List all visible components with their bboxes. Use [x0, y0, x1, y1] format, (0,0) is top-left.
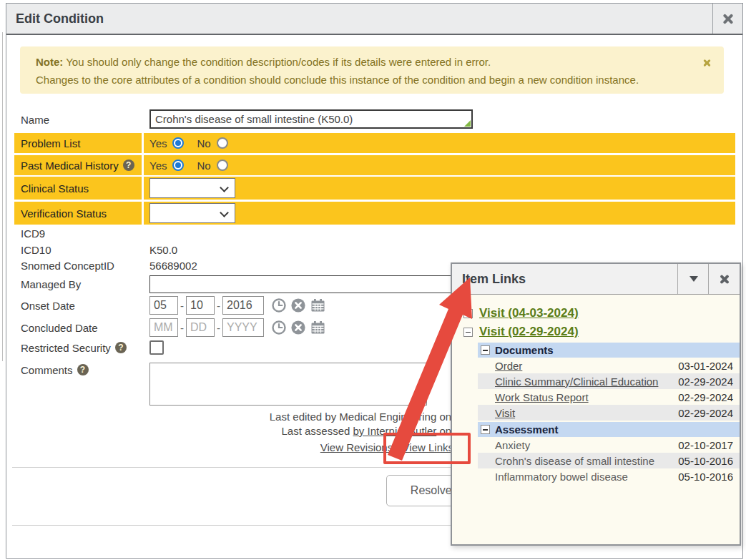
item-links-popup: Item Links Visit (04-03-2024)Visit (02-2…	[451, 262, 741, 546]
view-revisions-link[interactable]: View Revisions	[320, 441, 393, 453]
problem-list-row: Problem List Yes No	[14, 133, 735, 153]
date-separator: -	[180, 300, 184, 312]
note-line1: Note: You should only change the conditi…	[36, 56, 491, 68]
link-item-row: Crohn's disease of small intestine05-10-…	[478, 453, 740, 468]
clear-date-icon[interactable]	[290, 298, 306, 313]
pmh-no-radio[interactable]	[217, 159, 228, 171]
date-separator: -	[217, 322, 220, 334]
item-date: 02-10-2017	[678, 439, 733, 451]
popup-minimize-button[interactable]	[677, 264, 709, 294]
managed-by-input[interactable]	[149, 275, 473, 293]
section-label: Assessment	[495, 423, 558, 436]
item-links-title: Item Links	[462, 264, 526, 294]
comments-label: Comments	[21, 364, 73, 376]
item-date: 05-10-2016	[678, 455, 733, 467]
clock-icon[interactable]	[271, 298, 287, 313]
name-row: Name	[14, 109, 735, 130]
icd10-label: ICD10	[21, 242, 51, 257]
dialog-title: Edit Condition	[16, 4, 104, 34]
link-item-row: Work Status Report02-29-2024	[478, 389, 740, 405]
link-item-row: Anxiety02-10-2017	[478, 437, 740, 453]
note-line2: Changes to the core attributes of a cond…	[36, 74, 639, 86]
close-icon	[702, 59, 711, 67]
name-input[interactable]	[149, 109, 473, 129]
concluded-yyyy-input[interactable]	[222, 318, 264, 337]
collapse-icon[interactable]	[463, 328, 473, 337]
snomed-value: 56689002	[149, 258, 197, 272]
icd9-row: ICD9	[14, 226, 735, 240]
highlight-cell	[144, 155, 735, 175]
onset-mm-input[interactable]	[149, 296, 178, 315]
item-links-titlebar: Item Links	[452, 264, 740, 295]
comments-textarea[interactable]	[149, 363, 427, 406]
clear-date-icon[interactable]	[290, 320, 306, 335]
section-header-row: Assessment	[478, 422, 740, 437]
icd10-row: ICD10 K50.0	[14, 242, 735, 257]
help-icon[interactable]: ?	[123, 159, 134, 171]
link-item-row: Inflammatory bowel disease05-10-2016	[478, 468, 740, 484]
pmh-yes-radio[interactable]	[172, 159, 184, 171]
visit-link[interactable]: Visit (02-29-2024)	[479, 325, 579, 339]
link-item-row: Order03-01-2024	[478, 358, 740, 373]
past-medical-history-row: Past Medical History? Yes No	[14, 155, 735, 175]
item-label[interactable]: Visit	[495, 407, 515, 419]
item-label[interactable]: Order	[495, 360, 522, 372]
view-links-link[interactable]: View Links	[403, 441, 453, 453]
clock-icon[interactable]	[271, 320, 287, 335]
verification-status-select[interactable]	[149, 203, 235, 223]
no-label: No	[197, 137, 210, 149]
managed-by-label: Managed By	[21, 275, 81, 294]
resize-grip-icon	[464, 120, 471, 127]
onset-date-label: Onset Date	[21, 295, 75, 315]
onset-yyyy-input[interactable]	[222, 296, 264, 315]
collapse-icon[interactable]	[481, 345, 490, 355]
highlight-cell	[144, 133, 735, 153]
clinical-status-row: Clinical Status	[14, 177, 735, 200]
dialog-close-button[interactable]	[713, 4, 742, 34]
problem-list-no-radio[interactable]	[217, 137, 228, 149]
visit-row: Visit (04-03-2024)	[452, 304, 740, 323]
link-item-row: Visit02-29-2024	[478, 405, 740, 421]
item-date: 02-29-2024	[678, 407, 733, 419]
yes-label: Yes	[149, 159, 167, 172]
visit-link[interactable]: Visit (04-03-2024)	[479, 306, 579, 320]
item-label[interactable]: Work Status Report	[495, 391, 589, 403]
last-assessed-user-link[interactable]: by Internist Butler	[353, 425, 437, 437]
popup-close-button[interactable]	[708, 264, 740, 294]
section-header-row: Documents	[478, 343, 740, 358]
note-dismiss-button[interactable]	[702, 57, 711, 69]
chevron-down-icon	[689, 276, 698, 282]
item-label: Anxiety	[495, 439, 530, 451]
close-icon	[719, 274, 730, 285]
close-icon	[722, 13, 734, 25]
restricted-security-label: Restricted Security	[21, 342, 111, 354]
item-links-body: Visit (04-03-2024)Visit (02-29-2024)Docu…	[452, 295, 740, 544]
link-item-row: Clinic Summary/Clinical Education02-29-2…	[478, 373, 740, 389]
date-separator: -	[180, 322, 184, 334]
collapse-icon[interactable]	[481, 425, 490, 434]
collapse-icon[interactable]	[463, 309, 473, 318]
clinical-status-select[interactable]	[149, 178, 235, 198]
restricted-security-checkbox[interactable]	[149, 340, 164, 355]
item-label: Inflammatory bowel disease	[495, 471, 628, 483]
verification-status-label: Verification Status	[21, 202, 107, 225]
concluded-dd-input[interactable]	[186, 318, 215, 337]
dialog-titlebar: Edit Condition	[6, 4, 742, 35]
concluded-mm-input[interactable]	[149, 318, 178, 337]
calendar-icon[interactable]	[310, 298, 326, 313]
concluded-date-label: Concluded Date	[21, 318, 98, 338]
calendar-icon[interactable]	[310, 320, 326, 335]
page-edge-artifact	[2, 32, 3, 361]
problem-list-yes-radio[interactable]	[172, 137, 184, 149]
visit-row: Visit (02-29-2024)	[452, 323, 740, 341]
item-date: 02-29-2024	[678, 391, 733, 403]
date-separator: -	[217, 300, 220, 312]
onset-dd-input[interactable]	[186, 296, 215, 315]
yes-label: Yes	[149, 137, 167, 149]
item-label: Crohn's disease of small intestine	[495, 455, 654, 467]
help-icon[interactable]: ?	[115, 342, 127, 353]
item-label[interactable]: Clinic Summary/Clinical Education	[495, 375, 658, 388]
help-icon[interactable]: ?	[77, 364, 89, 375]
item-date: 02-29-2024	[678, 375, 733, 388]
icd10-value: K50.0	[149, 242, 177, 257]
